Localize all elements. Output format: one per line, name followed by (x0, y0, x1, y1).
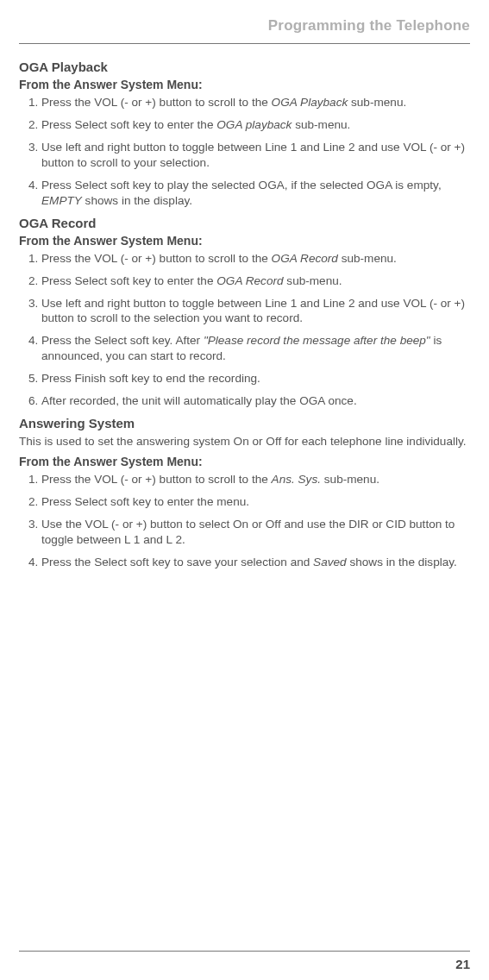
page-number: 21 (19, 951, 470, 971)
list-item: Press Select soft key to enter the menu. (41, 494, 470, 510)
list-item: Press Select soft key to enter the OGA R… (41, 273, 470, 289)
list-item: Press the Select soft key. After "Please… (41, 333, 470, 364)
list-item: Use left and right button to toggle betw… (41, 296, 470, 327)
list-item: Press the VOL (- or +) button to scroll … (41, 95, 470, 110)
list-item: Press Finish soft key to end the recordi… (41, 371, 470, 386)
from-line-ans-sys: From the Answer System Menu: (19, 455, 470, 468)
section-title-oga-record: OGA Record (19, 216, 470, 230)
list-item: Use the VOL (- or +) button to select On… (41, 517, 470, 548)
section-title-oga-playback: OGA Playback (19, 60, 470, 74)
list-item: Use left and right button to toggle betw… (41, 140, 470, 171)
top-rule (19, 43, 470, 44)
list-oga-record: Press the VOL (- or +) button to scroll … (19, 251, 470, 410)
para-ans-sys: This is used to set the answering system… (19, 434, 470, 449)
from-line-oga-record: From the Answer System Menu: (19, 234, 470, 248)
list-item: Press Select soft key to enter the OGA p… (41, 117, 470, 133)
list-item: Press Select soft key to play the select… (41, 178, 470, 209)
list-item: Press the VOL (- or +) button to scroll … (41, 472, 470, 487)
list-item: After recorded, the unit will automatica… (41, 393, 470, 409)
list-item: Press the Select soft key to save your s… (41, 555, 470, 570)
list-oga-playback: Press the VOL (- or +) button to scroll … (19, 95, 470, 209)
content: OGA Playback From the Answer System Menu… (19, 54, 470, 951)
from-line-oga-playback: From the Answer System Menu: (19, 78, 470, 91)
list-ans-sys: Press the VOL (- or +) button to scroll … (19, 472, 470, 570)
list-item: Press the VOL (- or +) button to scroll … (41, 251, 470, 267)
page-header: Programming the Telephone (19, 17, 470, 38)
section-title-ans-sys: Answering System (19, 416, 470, 430)
